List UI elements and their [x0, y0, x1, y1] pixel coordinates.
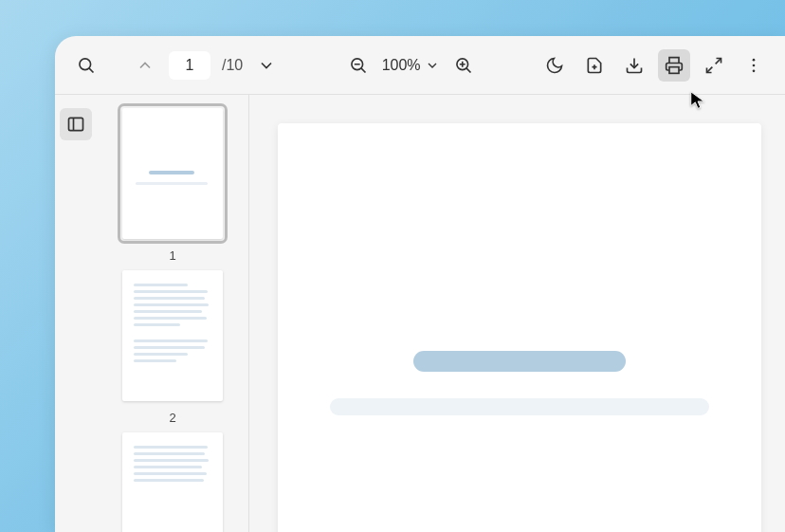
thumbnail-preview — [122, 108, 223, 239]
svg-rect-12 — [669, 66, 679, 73]
svg-line-6 — [466, 67, 471, 72]
sidebar-icon — [66, 115, 85, 134]
svg-line-3 — [361, 67, 366, 72]
dark-mode-button[interactable] — [539, 49, 571, 82]
pdf-viewer-window: /10 100% — [55, 36, 785, 532]
file-plus-icon — [585, 56, 604, 75]
thumbnail-preview — [122, 432, 223, 532]
expand-icon — [704, 56, 723, 75]
prev-page-button[interactable] — [129, 49, 161, 82]
thumbnail-2[interactable]: 2 — [97, 270, 248, 425]
print-button[interactable] — [658, 49, 690, 82]
zoom-level-label: 100% — [382, 57, 421, 74]
toggle-sidebar-button[interactable] — [60, 108, 92, 140]
svg-line-1 — [89, 67, 94, 72]
moon-icon — [545, 56, 564, 75]
search-button[interactable] — [70, 49, 102, 82]
svg-point-15 — [753, 58, 756, 61]
fullscreen-button[interactable] — [698, 49, 730, 82]
svg-point-17 — [753, 69, 756, 72]
page-total-label: /10 — [222, 57, 243, 74]
download-icon — [625, 56, 644, 75]
page-subtitle-placeholder — [330, 398, 709, 415]
chevron-down-icon — [257, 56, 276, 75]
zoom-out-icon — [349, 56, 368, 75]
page-title-placeholder — [413, 351, 626, 372]
thumbnail-1[interactable]: 1 — [97, 108, 248, 263]
zoom-level-dropdown[interactable]: 100% — [382, 57, 440, 74]
svg-line-13 — [716, 58, 721, 64]
download-button[interactable] — [618, 49, 650, 82]
zoom-in-button[interactable] — [447, 49, 480, 82]
next-page-button[interactable] — [250, 49, 283, 82]
chevron-down-icon — [425, 58, 440, 73]
thumbnail-panel[interactable]: 1 — [97, 95, 248, 532]
more-options-button[interactable] — [738, 49, 770, 82]
more-vertical-icon — [744, 56, 763, 75]
sidebar-toggle-area — [55, 95, 97, 532]
svg-point-0 — [80, 58, 91, 69]
thumbnail-label: 2 — [97, 411, 248, 425]
chevron-up-icon — [136, 56, 155, 75]
thumbnail-label: 1 — [97, 248, 248, 263]
add-page-button[interactable] — [578, 49, 611, 82]
thumbnail-3[interactable] — [97, 432, 248, 532]
toolbar: /10 100% — [55, 36, 785, 95]
zoom-out-button[interactable] — [342, 49, 374, 82]
page-number-input[interactable] — [169, 51, 210, 80]
svg-line-14 — [707, 66, 713, 72]
content-area: 1 — [55, 95, 785, 532]
svg-rect-18 — [69, 118, 83, 130]
zoom-in-icon — [454, 56, 473, 75]
mouse-cursor — [688, 90, 709, 111]
svg-point-16 — [753, 64, 756, 66]
page-1 — [278, 123, 761, 532]
printer-icon — [665, 56, 684, 75]
document-view[interactable] — [248, 95, 785, 532]
search-icon — [77, 56, 96, 75]
thumbnail-preview — [122, 270, 223, 401]
